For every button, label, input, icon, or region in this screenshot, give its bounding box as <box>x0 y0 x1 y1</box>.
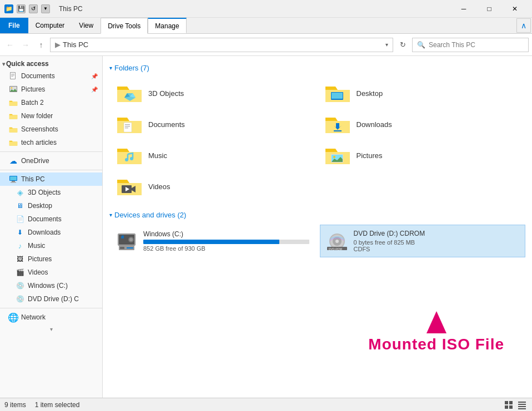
annotation-area: Mounted ISO File <box>368 311 504 353</box>
videos-icon: 🎬 <box>16 268 24 277</box>
this-pc-icon <box>9 175 18 184</box>
device-bar-fill-windows-c <box>143 240 279 244</box>
view-mode-large-button[interactable] <box>503 399 514 410</box>
folder-icon-documents <box>116 113 143 135</box>
svg-rect-49 <box>505 405 508 409</box>
tab-view[interactable]: View <box>72 18 101 33</box>
search-icon: 🔍 <box>417 41 425 49</box>
search-box[interactable]: 🔍 <box>412 38 529 52</box>
folder-item-videos[interactable]: Videos <box>109 171 318 202</box>
sidebar-item-downloads[interactable]: ⬇ Downloads <box>0 226 102 239</box>
quick-access-label: Quick access <box>6 60 49 68</box>
sidebar-item-pictures[interactable]: Pictures 📌 <box>0 83 102 96</box>
sidebar-documents-label: Documents <box>21 72 55 80</box>
sidebar-section-quick-access[interactable]: ▾ Quick access <box>0 58 102 69</box>
device-name-dvd: DVD Drive (D:) CDROM <box>354 230 520 237</box>
sidebar-pics2-label: Pictures <box>28 255 52 263</box>
folder-item-pictures[interactable]: Pictures <box>318 140 526 171</box>
tab-file[interactable]: File <box>0 18 28 33</box>
svg-rect-9 <box>10 176 17 180</box>
main-area: ▾ Quick access Documents 📌 Pictures 📌 Ba… <box>0 56 532 398</box>
network-icon: 🌐 <box>9 313 18 322</box>
back-button[interactable]: ← <box>3 38 17 52</box>
forward-button[interactable]: → <box>19 38 32 52</box>
address-dropdown-icon[interactable]: ▾ <box>385 42 388 48</box>
sidebar-downloads-label: Downloads <box>28 229 61 236</box>
sidebar-item-screenshots[interactable]: Screenshots <box>0 123 102 136</box>
folders-section-header[interactable]: ▾ Folders (7) <box>109 64 525 72</box>
folder-icon-pictures <box>324 144 351 166</box>
ribbon-collapse-button[interactable]: ∧ <box>516 18 531 33</box>
svg-point-7 <box>11 87 12 88</box>
maximize-button[interactable]: □ <box>476 0 502 18</box>
sidebar-item-documents[interactable]: Documents 📌 <box>0 69 102 83</box>
sidebar-onedrive-label: OneDrive <box>21 157 49 165</box>
sidebar-item-batch2[interactable]: Batch 2 <box>0 96 102 109</box>
sidebar-screenshots-label: Screenshots <box>21 125 58 133</box>
sidebar-item-3dobjects[interactable]: ◈ 3D Objects <box>0 186 102 199</box>
tab-manage[interactable]: Manage <box>148 18 186 33</box>
device-icon-dvd: DVD-ROM <box>326 231 348 251</box>
sidebar-item-videos[interactable]: 🎬 Videos <box>0 266 102 279</box>
folders-section-label: Folders (7) <box>114 64 149 72</box>
sidebar-network-label: Network <box>21 313 46 321</box>
sidebar-item-docs2[interactable]: 📄 Documents <box>0 212 102 226</box>
sidebar-item-new-folder[interactable]: New folder <box>0 109 102 123</box>
tab-drive-tools[interactable]: Drive Tools <box>101 18 148 34</box>
folder-item-3dobjects[interactable]: 3D Objects <box>109 78 318 109</box>
address-box[interactable]: ▶ This PC ▾ <box>50 38 393 52</box>
tab-computer[interactable]: Computer <box>28 18 72 33</box>
device-item-windows-c[interactable]: Windows (C:) 852 GB free of 930 GB <box>109 225 315 257</box>
sidebar-new-folder-label: New folder <box>21 112 53 120</box>
up-button[interactable]: ↑ <box>34 38 48 52</box>
device-item-dvd[interactable]: DVD-ROM DVD Drive (D:) CDROM 0 bytes fre… <box>320 225 526 257</box>
device-info-dvd: DVD Drive (D:) CDROM 0 bytes free of 825… <box>354 230 520 252</box>
devices-section-header[interactable]: ▾ Devices and drives (2) <box>109 211 525 219</box>
sidebar-item-network[interactable]: 🌐 Network <box>0 311 102 324</box>
svg-rect-11 <box>11 182 16 183</box>
folder-item-documents[interactable]: Documents <box>109 109 318 140</box>
svg-point-27 <box>333 156 335 158</box>
folder-name-documents: Documents <box>148 120 185 129</box>
sidebar-item-tech-articles[interactable]: tech articles <box>0 136 102 149</box>
arrow-up-icon <box>426 311 446 333</box>
sidebar-item-pics2[interactable]: 🖼 Pictures <box>0 252 102 266</box>
sidebar-tech-articles-label: tech articles <box>21 139 57 146</box>
content-area: ▾ Folders (7) 3D Objects <box>103 56 532 398</box>
svg-point-44 <box>335 240 339 243</box>
view-mode-details-button[interactable] <box>516 399 528 410</box>
svg-rect-37 <box>120 247 124 249</box>
tech-articles-icon <box>9 138 18 147</box>
titlebar-icon-2[interactable]: 💾 <box>17 4 26 13</box>
svg-rect-40 <box>122 235 124 237</box>
sidebar-item-windows-c[interactable]: 💿 Windows (C:) <box>0 279 102 292</box>
devices-chevron-icon: ▾ <box>109 212 112 218</box>
folder-icon-videos <box>116 175 143 197</box>
refresh-button[interactable]: ↻ <box>395 38 410 52</box>
close-button[interactable]: ✕ <box>502 0 528 18</box>
sidebar-item-this-pc[interactable]: This PC <box>0 172 102 186</box>
desktop-icon: 🖥 <box>16 201 24 210</box>
folder-item-music[interactable]: Music <box>109 140 318 171</box>
device-bar-windows-c <box>143 240 309 244</box>
svg-point-24 <box>130 157 133 160</box>
minimize-button[interactable]: ─ <box>451 0 476 18</box>
folder-item-desktop[interactable]: Desktop <box>318 78 526 109</box>
titlebar-icon-1[interactable]: 📁 <box>4 4 13 13</box>
sidebar-scroll-more: ▾ <box>0 324 102 334</box>
svg-rect-47 <box>505 401 508 404</box>
selected-count: 1 item selected <box>35 401 80 409</box>
folder-name-videos: Videos <box>148 182 170 191</box>
search-input[interactable] <box>429 41 524 49</box>
addressbar: ← → ↑ ▶ This PC ▾ ↻ 🔍 <box>0 34 532 56</box>
titlebar-icon-3[interactable]: ↺ <box>29 4 38 13</box>
svg-point-35 <box>129 238 133 241</box>
music-icon: ♪ <box>16 241 24 250</box>
titlebar-icon-4[interactable]: ▼ <box>41 4 50 13</box>
folder-item-downloads[interactable]: Downloads <box>318 109 526 140</box>
svg-rect-1 <box>11 73 15 79</box>
sidebar-item-desktop[interactable]: 🖥 Desktop <box>0 199 102 212</box>
sidebar-item-onedrive[interactable]: ☁ OneDrive <box>0 154 102 168</box>
sidebar-item-dvd[interactable]: 💿 DVD Drive (D:) C <box>0 292 102 306</box>
sidebar-item-music[interactable]: ♪ Music <box>0 239 102 252</box>
